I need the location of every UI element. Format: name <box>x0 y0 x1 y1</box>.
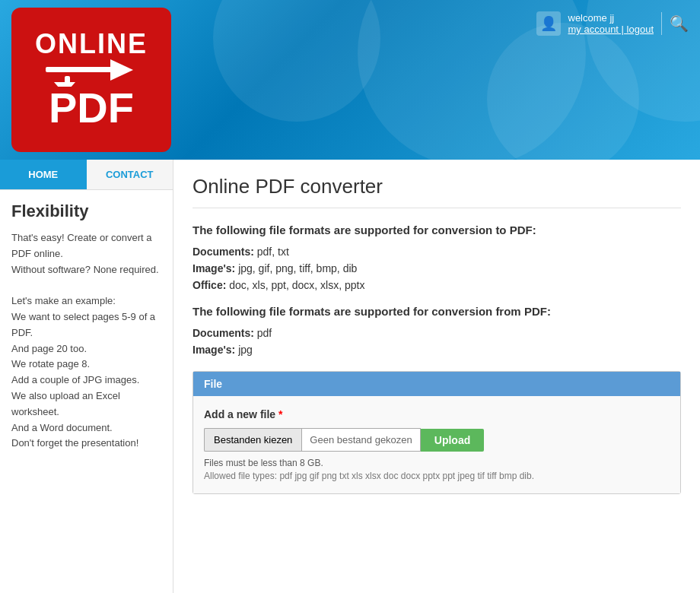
upload-button[interactable]: Upload <box>421 429 484 452</box>
account-link[interactable]: my account | logout <box>568 24 654 35</box>
to-pdf-docs-value: pdf, txt <box>257 246 289 258</box>
required-marker: * <box>278 408 282 420</box>
to-pdf-section: The following file formats are supported… <box>192 224 681 291</box>
file-name-display: Geen bestand gekozen <box>301 428 420 452</box>
user-text: welcome jj my account | logout <box>568 12 654 35</box>
to-pdf-images-value: jpg, gif, png, tiff, bmp, dib <box>238 262 357 274</box>
from-pdf-images-label: Image's: <box>192 344 235 356</box>
user-icon: 👤 <box>536 11 561 36</box>
to-pdf-office-label: Office: <box>192 279 226 291</box>
header-user-area: 👤 welcome jj my account | logout 🔍 <box>536 11 689 36</box>
sidebar-text: That's easy! Create or convert a PDF onl… <box>11 230 161 452</box>
from-pdf-docs-label: Documents: <box>192 327 254 339</box>
add-file-label: Add a new file * <box>204 408 670 420</box>
file-panel: File Add a new file * Bestanden kiezen G… <box>192 371 681 494</box>
welcome-text: welcome jj <box>568 12 654 24</box>
content-area: Online PDF converter The following file … <box>173 160 700 593</box>
file-panel-header: File <box>193 372 680 396</box>
file-types-value: pdf jpg gif png txt xls xlsx doc docx pp… <box>279 471 534 481</box>
header: ONLINE PDF 👤 welcome jj my account | log… <box>0 0 700 160</box>
svg-marker-1 <box>110 59 133 81</box>
from-pdf-docs: Documents: pdf <box>192 327 681 339</box>
from-pdf-docs-value: pdf <box>257 327 272 339</box>
to-pdf-docs-label: Documents: <box>192 246 254 258</box>
sidebar-nav: HOME CONTACT <box>0 160 173 190</box>
from-pdf-images-value: jpg <box>238 344 253 356</box>
choose-file-button[interactable]: Bestanden kiezen <box>204 428 301 452</box>
header-divider <box>661 12 662 35</box>
logo-arrow-graphic <box>42 58 141 87</box>
sidebar-title: Flexibility <box>11 201 161 221</box>
file-upload-row: Bestanden kiezen Geen bestand gekozen Up… <box>204 428 670 452</box>
from-pdf-images: Image's: jpg <box>192 344 681 356</box>
search-icon[interactable]: 🔍 <box>670 14 689 33</box>
to-pdf-images-label: Image's: <box>192 262 235 274</box>
logo: ONLINE PDF <box>11 8 171 152</box>
page-title: Online PDF converter <box>192 175 681 208</box>
to-pdf-office-value: doc, xls, ppt, docx, xlsx, pptx <box>229 279 364 291</box>
from-pdf-section: The following file formats are supported… <box>192 305 681 356</box>
file-size-hint: Files must be less than 8 GB. <box>204 458 670 468</box>
to-pdf-images: Image's: jpg, gif, png, tiff, bmp, dib <box>192 262 681 274</box>
sidebar-content: Flexibility That's easy! Create or conve… <box>0 190 173 463</box>
logo-pdf-text: PDF <box>49 87 134 129</box>
svg-rect-0 <box>46 67 114 72</box>
sidebar-item-contact[interactable]: CONTACT <box>87 160 173 189</box>
to-pdf-docs: Documents: pdf, txt <box>192 246 681 258</box>
file-panel-body: Add a new file * Bestanden kiezen Geen b… <box>193 396 680 493</box>
file-types-label: Allowed file types: <box>204 471 277 481</box>
to-pdf-heading: The following file formats are supported… <box>192 224 681 236</box>
from-pdf-heading: The following file formats are supported… <box>192 305 681 318</box>
logo-online-text: ONLINE <box>35 30 148 58</box>
sidebar: HOME CONTACT Flexibility That's easy! Cr… <box>0 160 173 593</box>
main-layout: HOME CONTACT Flexibility That's easy! Cr… <box>0 160 700 593</box>
sidebar-item-home[interactable]: HOME <box>0 160 87 189</box>
file-types-hint: Allowed file types: pdf jpg gif png txt … <box>204 471 670 481</box>
to-pdf-office: Office: doc, xls, ppt, docx, xlsx, pptx <box>192 279 681 291</box>
